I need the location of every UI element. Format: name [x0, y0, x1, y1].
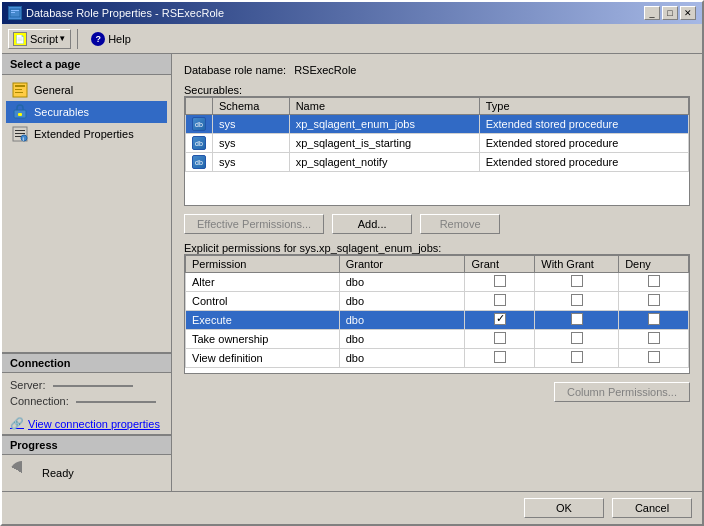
- help-label: Help: [108, 33, 131, 45]
- right-panel: Database role name: RSExecRole Securable…: [172, 54, 702, 491]
- row-schema: sys: [213, 134, 290, 153]
- server-value: [53, 385, 133, 387]
- progress-header: Progress: [2, 435, 171, 455]
- svg-rect-11: [15, 133, 25, 134]
- perm-with_grant-checkbox[interactable]: [571, 351, 583, 363]
- perm-col-permission: Permission: [186, 256, 340, 273]
- securables-row[interactable]: dbsysxp_sqlagent_notifyExtended stored p…: [186, 153, 689, 172]
- permissions-row[interactable]: Alterdbo: [186, 273, 689, 292]
- permissions-row[interactable]: Controldbo: [186, 292, 689, 311]
- svg-rect-5: [15, 89, 22, 90]
- perm-grant-cell[interactable]: [465, 311, 535, 330]
- remove-button[interactable]: Remove: [420, 214, 500, 234]
- row-type: Extended stored procedure: [479, 153, 688, 172]
- svg-rect-4: [15, 85, 25, 87]
- perm-with_grant-cell[interactable]: [535, 349, 619, 368]
- perm-deny-checkbox[interactable]: [648, 313, 660, 325]
- sidebar-item-extended[interactable]: i Extended Properties: [6, 123, 167, 145]
- perm-permission: Take ownership: [186, 330, 340, 349]
- perm-with_grant-cell[interactable]: [535, 273, 619, 292]
- perm-with_grant-checkbox[interactable]: [571, 294, 583, 306]
- progress-section: Progress Ready: [2, 434, 171, 491]
- content-area: Select a page General: [2, 54, 702, 491]
- perm-deny-checkbox[interactable]: [648, 351, 660, 363]
- add-button[interactable]: Add...: [332, 214, 412, 234]
- minimize-button[interactable]: _: [644, 6, 660, 20]
- script-chevron-icon: ▼: [58, 34, 66, 43]
- perm-with_grant-checkbox[interactable]: [571, 275, 583, 287]
- db-object-icon: db: [192, 136, 206, 150]
- perm-with_grant-cell[interactable]: [535, 330, 619, 349]
- link-icon: 🔗: [10, 417, 24, 430]
- permissions-table-container[interactable]: Permission Grantor Grant With Grant Deny…: [184, 254, 690, 374]
- perm-deny-cell[interactable]: [619, 311, 689, 330]
- perm-deny-cell[interactable]: [619, 330, 689, 349]
- db-role-label: Database role name:: [184, 64, 286, 76]
- perm-grant-cell[interactable]: [465, 273, 535, 292]
- maximize-button[interactable]: □: [662, 6, 678, 20]
- effective-permissions-button[interactable]: Effective Permissions...: [184, 214, 324, 234]
- sidebar-item-general[interactable]: General: [6, 79, 167, 101]
- row-icon-cell: db: [186, 153, 213, 172]
- toolbar: 📄 Script ▼ ? Help: [2, 24, 702, 54]
- sidebar-item-securables[interactable]: Securables: [6, 101, 167, 123]
- perm-permission: Alter: [186, 273, 340, 292]
- securables-row[interactable]: dbsysxp_sqlagent_enum_jobsExtended store…: [186, 115, 689, 134]
- explicit-permissions-label: Explicit permissions for sys.xp_sqlagent…: [184, 242, 690, 254]
- permissions-row[interactable]: Take ownershipdbo: [186, 330, 689, 349]
- close-button[interactable]: ✕: [680, 6, 696, 20]
- progress-content: Ready: [2, 455, 171, 491]
- title-bar-buttons: _ □ ✕: [644, 6, 696, 20]
- col-schema: Schema: [213, 98, 290, 115]
- nav-items: General Securables: [2, 75, 171, 149]
- sidebar-item-extended-label: Extended Properties: [34, 128, 134, 140]
- title-bar: Database Role Properties - RSExecRole _ …: [2, 2, 702, 24]
- perm-with_grant-checkbox[interactable]: [571, 313, 583, 325]
- perm-grant-checkbox[interactable]: [494, 332, 506, 344]
- db-object-icon: db: [192, 117, 206, 131]
- svg-rect-12: [15, 136, 21, 137]
- sidebar-item-general-label: General: [34, 84, 73, 96]
- perm-grant-cell[interactable]: [465, 349, 535, 368]
- view-connection-label: View connection properties: [28, 418, 160, 430]
- cancel-button[interactable]: Cancel: [612, 498, 692, 518]
- connection-value: [76, 401, 156, 403]
- row-name: xp_sqlagent_enum_jobs: [289, 115, 479, 134]
- view-connection-link[interactable]: 🔗 View connection properties: [2, 413, 171, 434]
- script-dropdown[interactable]: 📄 Script ▼: [8, 29, 71, 49]
- permissions-section: Explicit permissions for sys.xp_sqlagent…: [184, 242, 690, 374]
- perm-grant-cell[interactable]: [465, 330, 535, 349]
- perm-grant-checkbox[interactable]: [494, 313, 506, 325]
- help-button[interactable]: ? Help: [84, 29, 138, 49]
- perm-grantor: dbo: [339, 330, 465, 349]
- col-name: Name: [289, 98, 479, 115]
- perm-deny-cell[interactable]: [619, 292, 689, 311]
- select-page-header: Select a page: [2, 54, 171, 75]
- perm-grant-checkbox[interactable]: [494, 351, 506, 363]
- perm-grant-checkbox[interactable]: [494, 275, 506, 287]
- securables-row[interactable]: dbsysxp_sqlagent_is_startingExtended sto…: [186, 134, 689, 153]
- db-role-value: RSExecRole: [294, 64, 690, 76]
- perm-grant-checkbox[interactable]: [494, 294, 506, 306]
- perm-deny-checkbox[interactable]: [648, 275, 660, 287]
- ready-label: Ready: [42, 467, 74, 479]
- perm-with_grant-checkbox[interactable]: [571, 332, 583, 344]
- perm-deny-cell[interactable]: [619, 273, 689, 292]
- perm-with_grant-cell[interactable]: [535, 311, 619, 330]
- permissions-row[interactable]: Executedbo: [186, 311, 689, 330]
- securables-icon: [12, 104, 28, 120]
- script-label: Script: [30, 33, 58, 45]
- column-permissions-button[interactable]: Column Permissions...: [554, 382, 690, 402]
- permissions-row[interactable]: View definitiondbo: [186, 349, 689, 368]
- ok-button[interactable]: OK: [524, 498, 604, 518]
- perm-deny-checkbox[interactable]: [648, 332, 660, 344]
- perm-grant-cell[interactable]: [465, 292, 535, 311]
- connection-header: Connection: [2, 353, 171, 373]
- perm-deny-cell[interactable]: [619, 349, 689, 368]
- perm-with_grant-cell[interactable]: [535, 292, 619, 311]
- svg-rect-8: [18, 113, 22, 116]
- row-type: Extended stored procedure: [479, 134, 688, 153]
- perm-deny-checkbox[interactable]: [648, 294, 660, 306]
- perm-permission: Control: [186, 292, 340, 311]
- securables-table-container[interactable]: Schema Name Type dbsysxp_sqlagent_enum_j…: [184, 96, 690, 206]
